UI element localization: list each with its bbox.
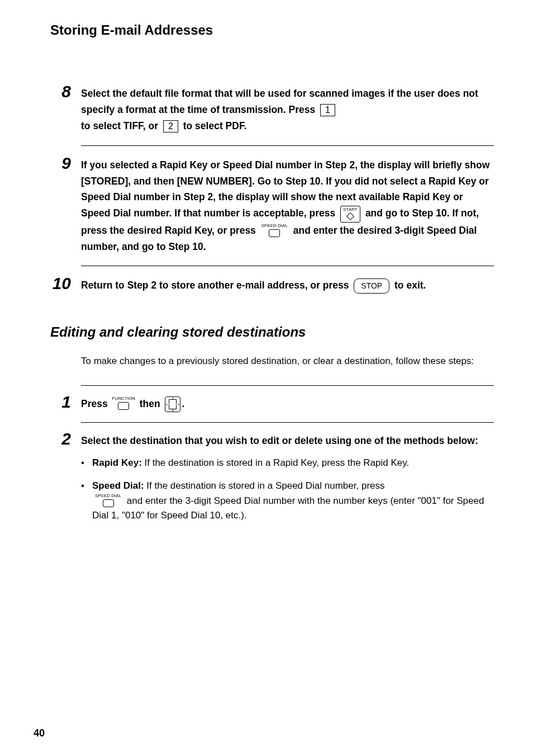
step10-text-a: Return to Step 2 to store another e-mail…	[81, 280, 351, 291]
step9-text-3a: the desired Rapid Key, or press	[110, 225, 259, 236]
step-10-content: Return to Step 2 to store another e-mail…	[81, 277, 494, 294]
divider	[81, 145, 494, 146]
step8-text-3b: to select PDF.	[180, 120, 247, 131]
page-title: Storing E-mail Addresses	[50, 22, 494, 38]
step-8-content: Select the default file format that will…	[81, 86, 494, 134]
key-2: 2	[163, 120, 178, 133]
page-number: 40	[34, 727, 45, 739]
step-number-9: 9	[50, 155, 81, 172]
start-key-icon: START	[340, 206, 360, 223]
key-1: 1	[320, 104, 335, 116]
bullet2-text-a: If the destination is stored in a Speed …	[144, 480, 385, 491]
function-key-icon: FUNCTION	[112, 396, 135, 412]
stop-key-icon: STOP	[354, 278, 389, 294]
bullet1-label: Rapid Key:	[92, 457, 142, 468]
bullet-rapid-key: Rapid Key: If the destination is stored …	[81, 456, 494, 470]
step-2: 2 Select the destination that you wish t…	[50, 433, 494, 531]
speed-dial-key-icon: SPEED DIAL	[261, 224, 288, 238]
step8-text-3a: to select TIFF, or	[81, 120, 161, 131]
step9-text-2a: that number is acceptable, press	[183, 207, 338, 219]
bullet-speed-dial: Speed Dial: If the destination is stored…	[81, 479, 494, 523]
bullet2-label: Speed Dial:	[92, 480, 144, 491]
divider	[81, 422, 494, 423]
divider	[81, 266, 494, 266]
step-9-content: If you selected a Rapid Key or Speed Dia…	[81, 157, 494, 255]
section2-intro: To make changes to a previously stored d…	[81, 354, 494, 368]
step-number-2: 2	[50, 431, 81, 447]
step2-text-a: Select the destination that you wish to …	[81, 435, 478, 446]
step-2-content: Select the destination that you wish to …	[81, 433, 494, 531]
nav-key-icon	[165, 396, 180, 412]
step1-text-c: .	[182, 398, 185, 409]
step-9: 9 If you selected a Rapid Key or Speed D…	[50, 157, 494, 255]
speed-dial-label: SPEED DIAL	[261, 224, 288, 228]
step-number-8: 8	[50, 83, 81, 100]
step-1-content: Press FUNCTION then .	[81, 396, 494, 412]
step8-text-1: Select the default file format that will…	[81, 88, 414, 99]
function-label: FUNCTION	[112, 396, 135, 401]
step1-text-a: Press	[81, 398, 111, 409]
speed-dial-label-2: SPEED DIAL	[95, 494, 121, 498]
step1-text-b: then	[137, 398, 163, 409]
bullet1-text: If the destination is stored in a Rapid …	[142, 457, 409, 468]
step-10: 10 Return to Step 2 to store another e-m…	[50, 277, 494, 294]
step-number-1: 1	[50, 394, 81, 410]
step-8: 8 Select the default file format that wi…	[50, 86, 494, 134]
step10-text-b: to exit.	[392, 280, 426, 291]
step-1: 1 Press FUNCTION then .	[50, 396, 494, 412]
bullet2-text-b: and enter the 3-digit Speed Dial number …	[92, 495, 484, 521]
speed-dial-key-icon-2: SPEED DIAL	[95, 494, 121, 508]
step9-text-3b: and enter the desired 3-digit	[291, 225, 427, 236]
section-heading-editing: Editing and clearing stored destinations	[50, 324, 494, 340]
divider	[81, 385, 494, 386]
step2-bullets: Rapid Key: If the destination is stored …	[81, 456, 494, 523]
step-number-10: 10	[50, 275, 81, 292]
